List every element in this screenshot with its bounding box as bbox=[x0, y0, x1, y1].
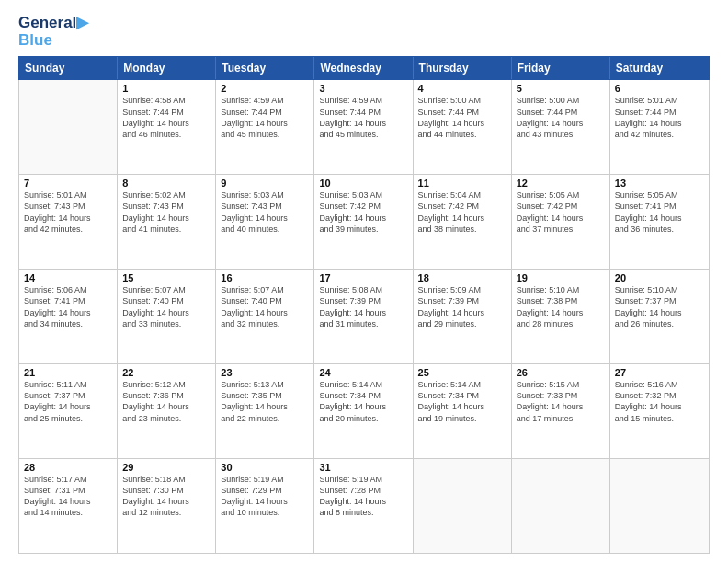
cal-cell-w3-d2: 23Sunrise: 5:13 AMSunset: 7:35 PMDayligh… bbox=[216, 364, 314, 458]
cell-text-line: Sunrise: 5:07 AM bbox=[122, 284, 210, 295]
cell-text-line: Sunrise: 5:16 AM bbox=[615, 379, 704, 390]
header-day-thursday: Thursday bbox=[414, 57, 512, 79]
logo-text-blue: Blue bbox=[18, 32, 88, 50]
day-number: 23 bbox=[221, 367, 309, 378]
cal-cell-w1-d3: 10Sunrise: 5:03 AMSunset: 7:42 PMDayligh… bbox=[314, 175, 413, 269]
cell-text-line: Sunrise: 5:13 AM bbox=[221, 379, 309, 390]
cal-cell-w1-d4: 11Sunrise: 5:04 AMSunset: 7:42 PMDayligh… bbox=[414, 175, 512, 269]
cell-text-line: Sunrise: 5:18 AM bbox=[122, 474, 210, 485]
cal-cell-w2-d0: 14Sunrise: 5:06 AMSunset: 7:41 PMDayligh… bbox=[19, 270, 118, 363]
cal-cell-w0-d0 bbox=[19, 80, 118, 174]
cal-cell-w1-d6: 13Sunrise: 5:05 AMSunset: 7:41 PMDayligh… bbox=[610, 175, 709, 269]
cell-text-line: Sunset: 7:34 PM bbox=[418, 390, 506, 401]
cell-text-line: and 46 minutes. bbox=[122, 129, 210, 140]
cell-text-line: Sunset: 7:36 PM bbox=[122, 390, 210, 401]
cal-cell-w2-d2: 16Sunrise: 5:07 AMSunset: 7:40 PMDayligh… bbox=[216, 270, 314, 363]
cell-text-line: Sunrise: 5:05 AM bbox=[517, 190, 605, 201]
cal-cell-w2-d3: 17Sunrise: 5:08 AMSunset: 7:39 PMDayligh… bbox=[314, 270, 413, 363]
cal-cell-w1-d1: 8Sunrise: 5:02 AMSunset: 7:43 PMDaylight… bbox=[118, 175, 216, 269]
cell-text-line: Sunset: 7:44 PM bbox=[122, 107, 210, 118]
cell-text-line: Sunrise: 4:58 AM bbox=[122, 95, 210, 106]
cell-text-line: Daylight: 14 hours bbox=[221, 213, 309, 224]
cell-text-line: Daylight: 14 hours bbox=[418, 213, 506, 224]
day-number: 26 bbox=[517, 367, 605, 378]
logo-text-general: General▶ bbox=[18, 15, 88, 32]
header-day-saturday: Saturday bbox=[610, 57, 709, 79]
cell-text-line: Daylight: 14 hours bbox=[517, 118, 605, 129]
day-number: 2 bbox=[221, 83, 309, 94]
cell-text-line: Daylight: 14 hours bbox=[24, 213, 112, 224]
cell-text-line: and 10 minutes. bbox=[221, 507, 309, 518]
cell-text-line: and 45 minutes. bbox=[319, 129, 407, 140]
week-row-1: 7Sunrise: 5:01 AMSunset: 7:43 PMDaylight… bbox=[19, 175, 709, 270]
day-number: 25 bbox=[418, 367, 506, 378]
cal-cell-w4-d6 bbox=[610, 459, 709, 553]
cell-text-line: Sunrise: 5:17 AM bbox=[24, 474, 112, 485]
cell-text-line: Daylight: 14 hours bbox=[24, 401, 112, 412]
cal-cell-w4-d2: 30Sunrise: 5:19 AMSunset: 7:29 PMDayligh… bbox=[216, 459, 314, 553]
cell-text-line: Sunset: 7:44 PM bbox=[418, 107, 506, 118]
cell-text-line: Daylight: 14 hours bbox=[24, 496, 112, 507]
cell-text-line: and 23 minutes. bbox=[122, 413, 210, 424]
cell-text-line: and 40 minutes. bbox=[221, 224, 309, 235]
cell-text-line: Daylight: 14 hours bbox=[24, 307, 112, 318]
day-number: 18 bbox=[418, 272, 506, 283]
cell-text-line: Daylight: 14 hours bbox=[221, 307, 309, 318]
cell-text-line: Sunset: 7:37 PM bbox=[24, 390, 112, 401]
cell-text-line: Sunrise: 5:12 AM bbox=[122, 379, 210, 390]
cal-cell-w3-d5: 26Sunrise: 5:15 AMSunset: 7:33 PMDayligh… bbox=[512, 364, 610, 458]
cell-text-line: Sunrise: 5:19 AM bbox=[221, 474, 309, 485]
day-number: 28 bbox=[24, 462, 112, 473]
cell-text-line: and 33 minutes. bbox=[122, 318, 210, 329]
cell-text-line: Sunset: 7:42 PM bbox=[517, 201, 605, 212]
cell-text-line: and 29 minutes. bbox=[418, 318, 506, 329]
cell-text-line: and 31 minutes. bbox=[319, 318, 407, 329]
cell-text-line: Daylight: 14 hours bbox=[319, 307, 407, 318]
cell-text-line: and 45 minutes. bbox=[221, 129, 309, 140]
cell-text-line: and 19 minutes. bbox=[418, 413, 506, 424]
header-day-friday: Friday bbox=[512, 57, 610, 79]
cell-text-line: Daylight: 14 hours bbox=[319, 496, 407, 507]
cell-text-line: Sunset: 7:34 PM bbox=[319, 390, 407, 401]
cell-text-line: Sunrise: 5:14 AM bbox=[319, 379, 407, 390]
cell-text-line: and 8 minutes. bbox=[319, 507, 407, 518]
cell-text-line: and 26 minutes. bbox=[615, 318, 704, 329]
cell-text-line: Sunset: 7:44 PM bbox=[615, 107, 704, 118]
cell-text-line: Daylight: 14 hours bbox=[615, 307, 704, 318]
cell-text-line: and 17 minutes. bbox=[517, 413, 605, 424]
cell-text-line: Daylight: 14 hours bbox=[319, 118, 407, 129]
cell-text-line: Daylight: 14 hours bbox=[517, 401, 605, 412]
day-number: 24 bbox=[319, 367, 407, 378]
cell-text-line: Daylight: 14 hours bbox=[418, 401, 506, 412]
cell-text-line: Sunset: 7:29 PM bbox=[221, 485, 309, 496]
cell-text-line: and 43 minutes. bbox=[517, 129, 605, 140]
cell-text-line: and 14 minutes. bbox=[24, 507, 112, 518]
cell-text-line: Sunrise: 5:01 AM bbox=[24, 190, 112, 201]
cell-text-line: and 22 minutes. bbox=[221, 413, 309, 424]
cell-text-line: and 32 minutes. bbox=[221, 318, 309, 329]
day-number: 19 bbox=[517, 272, 605, 283]
header-day-monday: Monday bbox=[118, 57, 216, 79]
cal-cell-w0-d1: 1Sunrise: 4:58 AMSunset: 7:44 PMDaylight… bbox=[118, 80, 216, 174]
cal-cell-w0-d2: 2Sunrise: 4:59 AMSunset: 7:44 PMDaylight… bbox=[216, 80, 314, 174]
cell-text-line: Sunrise: 5:03 AM bbox=[221, 190, 309, 201]
cell-text-line: Sunrise: 5:14 AM bbox=[418, 379, 506, 390]
cal-cell-w4-d3: 31Sunrise: 5:19 AMSunset: 7:28 PMDayligh… bbox=[314, 459, 413, 553]
cell-text-line: Daylight: 14 hours bbox=[122, 307, 210, 318]
header: General▶ Blue bbox=[18, 15, 710, 49]
cell-text-line: Sunset: 7:39 PM bbox=[319, 295, 407, 306]
cell-text-line: and 28 minutes. bbox=[517, 318, 605, 329]
day-number: 29 bbox=[122, 462, 210, 473]
cell-text-line: Daylight: 14 hours bbox=[418, 307, 506, 318]
cell-text-line: Sunset: 7:39 PM bbox=[418, 295, 506, 306]
day-number: 16 bbox=[221, 272, 309, 283]
cell-text-line: Sunrise: 5:11 AM bbox=[24, 379, 112, 390]
cell-text-line: Sunset: 7:43 PM bbox=[24, 201, 112, 212]
cell-text-line: Sunrise: 5:08 AM bbox=[319, 284, 407, 295]
cell-text-line: Daylight: 14 hours bbox=[615, 401, 704, 412]
cell-text-line: Sunrise: 5:05 AM bbox=[615, 190, 704, 201]
cell-text-line: Sunset: 7:41 PM bbox=[24, 295, 112, 306]
cell-text-line: Daylight: 14 hours bbox=[122, 118, 210, 129]
cal-cell-w3-d3: 24Sunrise: 5:14 AMSunset: 7:34 PMDayligh… bbox=[314, 364, 413, 458]
cell-text-line: and 39 minutes. bbox=[319, 224, 407, 235]
